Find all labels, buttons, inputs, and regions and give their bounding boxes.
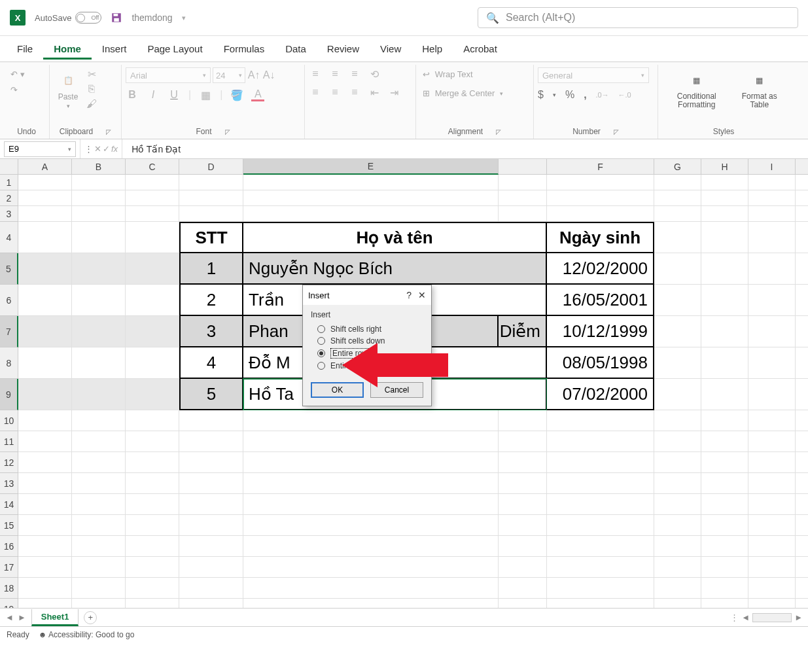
scroll-left-icon[interactable]: ◄	[741, 612, 750, 622]
row-header[interactable]: 1	[0, 175, 18, 190]
align-center-icon[interactable]: ≡	[328, 86, 342, 99]
row-header[interactable]: 18	[0, 578, 18, 599]
col-header[interactable]: F	[547, 159, 654, 175]
sheet-prev-icon[interactable]: ◄	[5, 612, 14, 622]
col-header[interactable]: B	[72, 159, 126, 175]
scroll-right-icon[interactable]: ►	[794, 612, 803, 622]
table-header-dob[interactable]: Ngày sinh	[547, 222, 654, 253]
align-middle-icon[interactable]: ≡	[328, 67, 342, 80]
border-icon[interactable]: ▦	[199, 88, 212, 101]
table-header-stt[interactable]: STT	[179, 222, 243, 253]
table-cell[interactable]: 07/02/2000	[547, 379, 654, 410]
dialog-help-icon[interactable]: ?	[406, 290, 412, 300]
table-cell[interactable]: 1	[179, 253, 243, 285]
underline-button[interactable]: U	[167, 88, 181, 101]
tab-help[interactable]: Help	[412, 38, 453, 60]
enter-formula-icon[interactable]: ✓	[103, 144, 110, 154]
tab-home[interactable]: Home	[43, 38, 92, 60]
row-header[interactable]: 4	[0, 222, 18, 253]
table-cell[interactable]: Nguyễn Ngọc Bích	[243, 253, 547, 285]
align-left-icon[interactable]: ≡	[309, 86, 322, 99]
cancel-button[interactable]: Cancel	[370, 382, 423, 398]
merge-center-button[interactable]: ⊞ Merge & Center ▾	[420, 86, 506, 100]
fx-icon[interactable]: fx	[111, 144, 118, 154]
align-top-icon[interactable]: ≡	[309, 67, 322, 80]
table-cell[interactable]: 16/05/2001	[547, 285, 654, 316]
save-icon[interactable]	[111, 12, 122, 24]
add-sheet-button[interactable]: +	[84, 611, 97, 624]
percent-button[interactable]: %	[565, 89, 574, 101]
row-header[interactable]: 2	[0, 190, 18, 206]
increase-font-icon[interactable]: A↑	[247, 69, 260, 82]
tab-file[interactable]: File	[7, 38, 43, 60]
clipboard-launcher-icon[interactable]: ◸	[106, 128, 111, 135]
autosave-toggle[interactable]: AutoSave Off	[35, 12, 101, 24]
scroll-options-icon[interactable]: ⋮	[730, 612, 739, 622]
undo-button[interactable]: ↶ ▾	[8, 67, 27, 81]
col-header[interactable]: D	[179, 159, 243, 175]
col-header[interactable]: G	[654, 159, 701, 175]
row-header[interactable]: 3	[0, 206, 18, 222]
comma-button[interactable]: ,	[584, 89, 586, 101]
dec-decimal-icon[interactable]: ←.0	[618, 88, 631, 101]
table-cell[interactable]: 12/02/2000	[547, 253, 654, 285]
font-size-select[interactable]: 24▾	[213, 67, 245, 83]
row-header[interactable]: 11	[0, 431, 18, 452]
col-header[interactable]: I	[748, 159, 796, 175]
row-header[interactable]: 6	[0, 285, 18, 316]
row-header[interactable]: 12	[0, 452, 18, 473]
number-format-select[interactable]: General▾	[538, 67, 649, 83]
row-header[interactable]: 15	[0, 515, 18, 536]
table-header-name[interactable]: Họ và tên	[243, 222, 547, 253]
dialog-titlebar[interactable]: Insert ? ✕	[303, 285, 431, 305]
tab-page-layout[interactable]: Page Layout	[137, 38, 213, 60]
col-header[interactable]: A	[18, 159, 72, 175]
align-bottom-icon[interactable]: ≡	[348, 67, 361, 80]
toggle-switch[interactable]: Off	[75, 12, 101, 24]
row-header[interactable]: 10	[0, 410, 18, 431]
col-header[interactable]: C	[126, 159, 179, 175]
table-cell[interactable]: 4	[179, 347, 243, 379]
name-box[interactable]: E9▾	[4, 141, 76, 157]
table-cell[interactable]: 3	[179, 316, 243, 347]
row-header[interactable]: 9	[0, 379, 18, 410]
font-color-icon[interactable]: A	[251, 88, 264, 101]
copy-icon[interactable]: ⎘	[85, 82, 98, 96]
indent-inc-icon[interactable]: ⇥	[387, 86, 400, 99]
wrap-text-button[interactable]: ↩ Wrap Text	[420, 67, 476, 81]
sheet-next-icon[interactable]: ►	[18, 612, 26, 622]
tab-data[interactable]: Data	[275, 38, 317, 60]
align-right-icon[interactable]: ≡	[348, 86, 361, 99]
table-cell[interactable]: 08/05/1998	[547, 347, 654, 379]
currency-button[interactable]: $	[538, 89, 544, 101]
font-launcher-icon[interactable]: ◸	[225, 128, 230, 135]
col-header[interactable]: E	[243, 159, 499, 175]
tab-formulas[interactable]: Formulas	[213, 38, 275, 60]
row-header[interactable]: 14	[0, 494, 18, 515]
inc-decimal-icon[interactable]: .0→	[596, 88, 609, 101]
col-header[interactable]	[796, 159, 808, 175]
redo-button[interactable]: ↷	[8, 83, 20, 97]
row-header[interactable]: 13	[0, 473, 18, 494]
horizontal-scrollbar[interactable]	[752, 613, 792, 622]
row-header[interactable]: 5	[0, 253, 18, 285]
bold-button[interactable]: B	[126, 88, 139, 101]
format-painter-icon[interactable]: 🖌	[85, 97, 98, 111]
row-header[interactable]: 7	[0, 316, 18, 347]
decrease-font-icon[interactable]: A↓	[262, 69, 275, 82]
cut-icon[interactable]: ✂	[85, 67, 98, 80]
row-header[interactable]: 19	[0, 599, 18, 608]
search-box[interactable]: 🔍 Search (Alt+Q)	[478, 7, 798, 28]
dialog-close-icon[interactable]: ✕	[418, 290, 426, 300]
accessibility-status[interactable]: ☻ Accessibility: Good to go	[39, 630, 135, 639]
table-cell[interactable]: Diễm	[499, 316, 547, 347]
col-header[interactable]: H	[701, 159, 748, 175]
font-select[interactable]: Arial▾	[126, 67, 211, 83]
table-cell[interactable]: 5	[179, 379, 243, 410]
cancel-formula-icon[interactable]: ✕	[94, 144, 101, 154]
paste-button[interactable]: 📋 Paste▾	[54, 67, 82, 112]
row-header[interactable]: 17	[0, 557, 18, 578]
tab-acrobat[interactable]: Acrobat	[453, 38, 508, 60]
number-launcher-icon[interactable]: ◸	[614, 128, 619, 135]
sheet-tab[interactable]: Sheet1	[31, 609, 79, 626]
